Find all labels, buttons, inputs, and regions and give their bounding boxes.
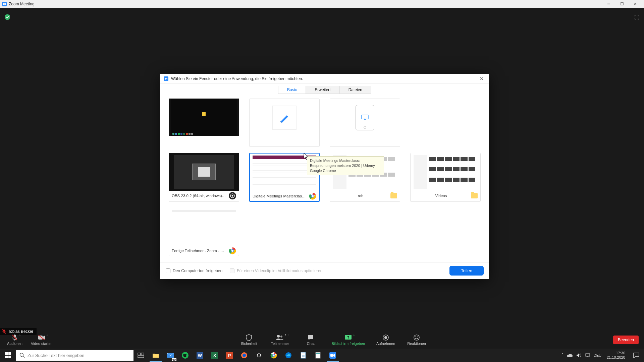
tab-files[interactable]: Dateien: [340, 86, 371, 94]
microphone-icon: ⌃: [12, 334, 18, 341]
meeting-controls: ⌃ Audio ein ⌃ Video starten Sicherheit: [0, 331, 644, 349]
share-screen-button[interactable]: ⌃ Bildschirm freigeben: [331, 334, 365, 346]
tab-advanced[interactable]: Erweitert: [306, 86, 339, 94]
edge-icon[interactable]: [281, 349, 296, 362]
end-meeting-button[interactable]: Beenden: [613, 336, 639, 344]
reactions-button[interactable]: + Reaktionen: [407, 334, 427, 346]
tile-videos-label: Videos: [413, 194, 469, 198]
word-icon[interactable]: W: [193, 349, 207, 362]
share-caret[interactable]: ⌃: [353, 334, 355, 338]
share-confirm-button[interactable]: Teilen: [449, 266, 484, 276]
svg-point-22: [312, 195, 314, 197]
chrome-app-icon: [309, 192, 316, 200]
audio-options-caret[interactable]: ⌃: [18, 334, 21, 338]
tile-obs[interactable]: OBS 23.0.2 (64-bit, windows) - Pr...: [169, 153, 239, 202]
optimize-video-checkbox[interactable]: Für einen Videoclip im Vollbildmodus opt…: [230, 268, 322, 273]
airplay-icon: [361, 115, 369, 121]
share-screen-dialog: Wählen Sie ein Fenster oder eine Anwendu…: [160, 74, 489, 279]
tile-chrome-udemy-label: Digitale Meetings Masterclass: Be...: [253, 194, 307, 198]
maximize-button[interactable]: ☐: [615, 0, 629, 8]
video-button[interactable]: ⌃ Video starten: [31, 334, 53, 346]
tile-screen[interactable]: Bildschirm: [169, 99, 239, 147]
tile-obs-label: OBS 23.0.2 (64-bit, windows) - Pr...: [172, 194, 227, 198]
svg-point-19: [232, 195, 233, 197]
tray-chevron-icon[interactable]: ˄: [561, 353, 564, 358]
svg-text:W: W: [198, 353, 202, 358]
task-view-icon[interactable]: [133, 349, 148, 362]
svg-point-45: [256, 352, 262, 358]
meeting-area: Tobias Becker ⌃ Audio ein ⌃ Video starte…: [0, 8, 644, 349]
tile-folder-videos[interactable]: Videos: [410, 153, 481, 202]
dialog-close-button[interactable]: ✕: [478, 76, 486, 81]
tab-basic[interactable]: Basic: [278, 86, 306, 94]
taskbar-search[interactable]: Zur Suche Text hier eingeben: [16, 350, 133, 361]
share-screen-icon: ⌃: [344, 334, 352, 341]
fullscreen-icon[interactable]: [635, 15, 639, 19]
tile-whiteboard[interactable]: Whiteboard: [249, 99, 320, 147]
reactions-icon: +: [414, 334, 420, 341]
obs-taskbar-icon[interactable]: [252, 349, 266, 362]
svg-point-11: [384, 336, 387, 339]
tile-folder-roh[interactable]: roh: [330, 153, 400, 202]
file-explorer-icon[interactable]: [148, 349, 163, 362]
notepad-icon[interactable]: [296, 349, 311, 362]
tray-clock[interactable]: 17:36 21.10.2020: [605, 351, 627, 359]
svg-rect-29: [8, 356, 11, 358]
svg-rect-28: [5, 356, 8, 358]
chrome-taskbar-icon[interactable]: [266, 349, 281, 362]
thumb-iphone: [330, 99, 400, 136]
svg-text:P: P: [228, 353, 231, 358]
tray-volume-icon[interactable]: [576, 353, 582, 358]
svg-point-13: [415, 337, 416, 337]
excel-icon[interactable]: X: [207, 349, 222, 362]
folder-icon: [390, 193, 397, 198]
tray-onedrive-icon[interactable]: [567, 353, 573, 357]
spotify-icon[interactable]: [178, 349, 193, 362]
tile-chrome-udemy[interactable]: Digitale Meetings Masterclass: Be... Dig…: [249, 153, 320, 202]
zoom-app-icon: [2, 2, 7, 6]
tile-iphone-ipad[interactable]: iPhone/iPad: [330, 99, 400, 147]
svg-rect-16: [165, 78, 166, 79]
participants-button[interactable]: 1 ⌃ Teilnehmer: [270, 334, 290, 346]
zoom-app-icon: [164, 76, 168, 81]
thumb-videos: [411, 153, 480, 191]
chat-button[interactable]: Chat: [301, 334, 321, 346]
firefox-icon[interactable]: [237, 349, 252, 362]
powerpoint-icon[interactable]: P: [222, 349, 237, 362]
start-button[interactable]: [0, 349, 16, 362]
mail-badge: 69: [172, 358, 176, 361]
share-audio-checkbox[interactable]: Den Computerton freigeben: [166, 268, 222, 273]
dialog-title: Wählen Sie ein Fenster oder eine Anwendu…: [171, 76, 478, 81]
video-options-caret[interactable]: ⌃: [46, 334, 49, 338]
windows-taskbar: Zur Suche Text hier eingeben 69 W X P ˄ …: [0, 349, 644, 362]
svg-rect-0: [3, 3, 5, 5]
tray-network-icon[interactable]: [585, 353, 590, 358]
encryption-shield-icon[interactable]: [5, 14, 10, 20]
chrome-app-icon: [229, 247, 236, 254]
notifications-icon[interactable]: [631, 350, 642, 361]
participants-icon: 1 ⌃: [276, 334, 284, 341]
thumb-screen: [169, 99, 239, 136]
wordpad-icon[interactable]: [311, 349, 325, 362]
svg-text:+: +: [418, 335, 420, 337]
shield-icon: [246, 334, 252, 341]
close-window-button[interactable]: ✕: [629, 0, 642, 8]
mail-icon[interactable]: 69: [163, 349, 178, 362]
record-button[interactable]: Aufnehmen: [376, 334, 396, 346]
chat-icon: [307, 334, 314, 341]
tile-chrome-zoomweb[interactable]: Fertige Teilnehmer - Zoom - Goo...: [169, 208, 239, 256]
thumb-whiteboard: [250, 99, 319, 136]
thumb-obs: [169, 153, 239, 191]
thumb-chrome-udemy: [250, 154, 319, 191]
tile-zoomweb-label: Fertige Teilnehmer - Zoom - Goo...: [172, 249, 227, 253]
audio-button[interactable]: ⌃ Audio ein: [5, 334, 25, 346]
security-button[interactable]: Sicherheit: [239, 334, 259, 346]
zoom-taskbar-icon[interactable]: [325, 349, 340, 362]
svg-rect-34: [138, 356, 144, 358]
svg-rect-27: [8, 352, 11, 355]
svg-rect-59: [586, 354, 590, 356]
participants-caret[interactable]: ⌃: [287, 334, 290, 338]
search-placeholder: Zur Suche Text hier eingeben: [28, 353, 85, 358]
minimize-button[interactable]: ━: [602, 0, 615, 8]
tray-language[interactable]: DEU: [594, 353, 601, 357]
